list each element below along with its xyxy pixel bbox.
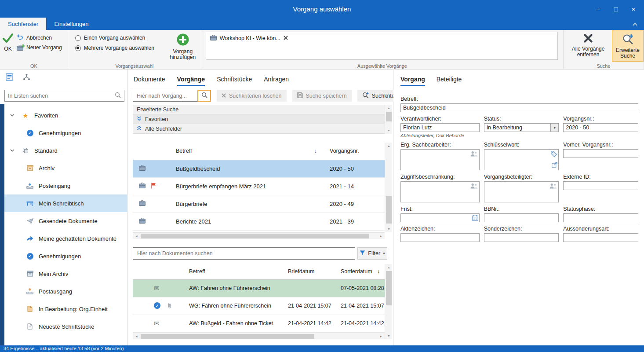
collapse-ribbon-button[interactable]: [629, 18, 640, 30]
people-icon[interactable]: [470, 151, 478, 158]
popout-icon[interactable]: [552, 162, 557, 169]
cancel-button[interactable]: Abbrechen: [17, 34, 62, 41]
chevron-down-icon[interactable]: [4, 149, 20, 152]
tab-schriftstuecke[interactable]: Schriftstücke: [217, 73, 252, 86]
people-icon[interactable]: [549, 183, 557, 190]
scrollbar-thumb[interactable]: [141, 334, 314, 339]
save-search-button[interactable]: Suche speichern: [292, 90, 352, 102]
tag-icon[interactable]: [551, 151, 557, 158]
scroll-right-icon[interactable]: ▸: [377, 233, 385, 239]
add-case-button[interactable]: Vorgang hinzufügen: [165, 30, 201, 60]
section-favoriten[interactable]: Favoriten: [133, 114, 385, 124]
zugriffsbeschraenkung-box[interactable]: [400, 181, 480, 202]
people-icon[interactable]: [470, 183, 478, 190]
lists-view-icon[interactable]: [6, 73, 13, 82]
case-table-hscrollbar[interactable]: ◂ ▸: [133, 232, 385, 239]
sections-scrollbar[interactable]: ▴ ▾: [385, 105, 392, 134]
tab-dokumente[interactable]: Dokumente: [134, 73, 165, 86]
scroll-left-icon[interactable]: ◂: [133, 233, 140, 239]
advanced-search-button[interactable]: Erweiterte Suche: [612, 30, 644, 62]
tab-beteiligte[interactable]: Beteiligte: [437, 73, 462, 86]
tab-vorgaenge[interactable]: Vorgänge: [177, 73, 205, 86]
maximize-button[interactable]: □: [607, 0, 625, 18]
sidebar-item-archiv[interactable]: Archiv: [4, 159, 127, 177]
frist-input[interactable]: [400, 213, 480, 222]
scroll-down-icon[interactable]: ▾: [385, 127, 393, 134]
tab-suchfenster[interactable]: Suchfenster: [0, 18, 46, 30]
aussonderungsart-input[interactable]: [563, 233, 638, 242]
sidebar-item-in-bearbeitung[interactable]: In Bearbeitung: Org.Einheit: [4, 300, 127, 318]
radio-single-case[interactable]: Einen Vorgang auswählen: [75, 35, 159, 41]
case-search-submit[interactable]: [197, 90, 211, 102]
sonderzeichen-input[interactable]: [484, 233, 559, 242]
new-case-button[interactable]: Neuer Vorgang: [17, 44, 62, 51]
case-row[interactable]: Bußgeldbescheid 2020 - 50: [133, 160, 385, 178]
search-icon[interactable]: [115, 92, 121, 99]
collapsed-panel-strip[interactable]: [0, 104, 4, 345]
erg-sachbearbeiter-box[interactable]: [400, 149, 480, 170]
filter-button[interactable]: Filter ▾: [357, 247, 387, 260]
externe-id-input[interactable]: [563, 181, 638, 190]
col-briefdatum[interactable]: Briefdatum: [288, 268, 314, 275]
aktenzeichen-input[interactable]: [400, 233, 480, 242]
minimize-button[interactable]: –: [589, 0, 607, 18]
chevron-down-icon[interactable]: [4, 114, 20, 117]
sidebar-item-postausgang[interactable]: Postausgang: [4, 282, 127, 300]
scrollbar-thumb[interactable]: [386, 271, 392, 305]
doc-search-input[interactable]: [133, 247, 355, 260]
doc-row[interactable]: ✓ WG: Fahren ohne Führererschein 21-04-2…: [133, 297, 385, 315]
case-search-input[interactable]: [133, 90, 198, 102]
status-input[interactable]: [484, 123, 559, 132]
sidebar-group-standard[interactable]: Standard: [4, 142, 127, 159]
scroll-up-icon[interactable]: ▴: [385, 143, 393, 149]
statusphase-input[interactable]: [563, 213, 638, 222]
col-betreff[interactable]: Betreff: [176, 148, 192, 154]
vorgangsnr-input[interactable]: [563, 123, 638, 132]
scrollbar-thumb[interactable]: [141, 234, 369, 238]
vorgangsbeteiligter-box[interactable]: [484, 181, 559, 202]
doc-table-scrollbar[interactable]: ▴ ▾: [385, 264, 392, 339]
tab-einstellungen[interactable]: Einstellungen: [46, 18, 96, 30]
ok-button[interactable]: OK: [0, 30, 16, 52]
doc-row[interactable]: ✉ AW: Fahren ohne Führererschein 07-05-2…: [133, 280, 385, 297]
clear-criteria-button[interactable]: Suchkriterien löschen: [217, 90, 287, 102]
case-table-scrollbar[interactable]: ▴ ▾: [385, 143, 392, 232]
sidebar-item-genehmigungen[interactable]: ✓ Genehmigungen: [4, 124, 127, 142]
orgchart-view-icon[interactable]: [23, 73, 30, 82]
scroll-left-icon[interactable]: ◂: [133, 333, 140, 340]
selected-case-chip[interactable]: Workshop KI - Wie kön...: [210, 35, 288, 42]
radio-multiple-cases[interactable]: Mehrere Vorgänge auswählen: [75, 45, 159, 51]
section-erweiterte-suche[interactable]: Erweiterte Suche: [133, 105, 385, 114]
doc-row[interactable]: ✉ AW: Bußgeld - Fahren ohne Ticket 21-04…: [133, 315, 385, 333]
sidebar-item-genehmigungen-2[interactable]: ✓ Genehmigungen: [4, 247, 127, 265]
remove-all-cases-button[interactable]: Alle Vorgänge entfernen: [568, 30, 608, 58]
schluesselwort-box[interactable]: [484, 149, 559, 170]
case-row[interactable]: Berichte 2021 2021 - 39: [133, 213, 385, 231]
col-vorgangsnr[interactable]: Vorgangsnr.: [330, 148, 359, 154]
scroll-down-icon[interactable]: ▾: [385, 333, 393, 339]
scroll-right-icon[interactable]: ▸: [377, 333, 385, 340]
col-betreff[interactable]: Betreff: [189, 268, 205, 275]
tab-vorgang[interactable]: Vorgang: [400, 73, 425, 86]
scrollbar-thumb[interactable]: [386, 112, 392, 121]
doc-table-hscrollbar[interactable]: ◂ ▸: [133, 333, 385, 339]
case-row[interactable]: Bürgerbriefe 2020 - 49: [133, 195, 385, 213]
betreff-input[interactable]: [400, 103, 638, 112]
vorher-vorgangsnr-input[interactable]: [563, 149, 638, 158]
scrollbar-thumb[interactable]: [386, 196, 392, 224]
col-sortierdatum[interactable]: Sortierdatum: [341, 268, 372, 275]
scroll-up-icon[interactable]: ▴: [385, 264, 393, 271]
verantwortlicher-input[interactable]: [400, 123, 480, 132]
tab-anfragen[interactable]: Anfragen: [264, 73, 289, 86]
close-button[interactable]: ×: [625, 0, 642, 18]
remove-chip-icon[interactable]: [284, 35, 288, 41]
chevron-down-icon[interactable]: ▾: [550, 124, 558, 132]
bbnr-input[interactable]: [484, 213, 559, 222]
sidebar-item-mein-archiv[interactable]: Mein Archiv: [4, 265, 127, 282]
calendar-icon[interactable]: [472, 215, 478, 222]
scroll-down-icon[interactable]: ▾: [385, 226, 393, 232]
sidebar-item-gesendete-dokumente[interactable]: Gesendete Dokumente: [4, 212, 127, 230]
section-alle-suchfelder[interactable]: Alle Suchfelder: [133, 124, 385, 134]
scroll-up-icon[interactable]: ▴: [385, 105, 393, 111]
sidebar-group-favoriten[interactable]: ★ Favoriten: [4, 106, 127, 124]
